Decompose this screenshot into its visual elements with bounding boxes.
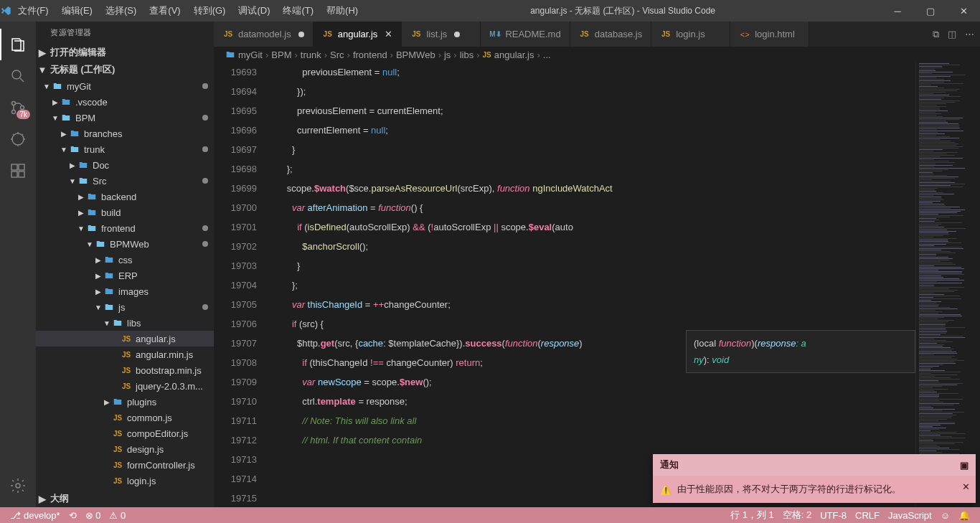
status-bell-icon[interactable]: 🔔 xyxy=(954,509,974,522)
tree-row[interactable]: ▼Src xyxy=(36,173,214,189)
svg-rect-5 xyxy=(11,164,17,170)
tree-row[interactable]: JScommon.js xyxy=(36,410,214,425)
tree-row[interactable]: ▼BPM xyxy=(36,110,214,126)
compare-icon[interactable]: ⧉ xyxy=(933,29,939,40)
status-language[interactable]: JavaScript xyxy=(884,509,936,522)
tree-row[interactable]: ▶css xyxy=(36,252,214,268)
status-feedback-icon[interactable]: ☺ xyxy=(936,509,954,522)
tree-row[interactable]: JSformController.js xyxy=(36,457,214,473)
debug-icon[interactable] xyxy=(0,123,36,155)
tree-row[interactable]: ▼js xyxy=(36,299,214,315)
js-file-icon: JS xyxy=(322,30,334,38)
breadcrumb-item[interactable]: myGit xyxy=(238,50,263,60)
menu-item[interactable]: 终端(T) xyxy=(276,0,320,22)
file-tree[interactable]: ▼myGit▶.vscode▼BPM▶branches▼trunk▶Doc▼Sr… xyxy=(36,78,214,490)
tree-row[interactable]: JSbootstrap.min.js xyxy=(36,362,214,378)
extensions-icon[interactable] xyxy=(0,155,36,187)
tree-row[interactable]: JSdesign.js xyxy=(36,441,214,457)
modified-dot-icon xyxy=(202,304,208,310)
tree-row[interactable]: ▼frontend xyxy=(36,220,214,236)
status-eol[interactable]: CRLF xyxy=(851,509,884,522)
menu-item[interactable]: 查看(V) xyxy=(143,0,187,22)
close-icon[interactable]: ✕ xyxy=(947,0,980,22)
more-icon[interactable]: ⋯ xyxy=(965,29,974,39)
tree-row[interactable]: ▶images xyxy=(36,283,214,299)
tree-row[interactable]: JSjquery-2.0.3.m... xyxy=(36,378,214,394)
menu-item[interactable]: 编辑(E) xyxy=(55,0,99,22)
tree-row[interactable]: JScompoEditor.js xyxy=(36,425,214,441)
editor-tab[interactable]: JSdatabase.js xyxy=(570,22,652,47)
status-cursor-pos[interactable]: 行 1，列 1 xyxy=(726,509,778,522)
editor-tab[interactable]: JSdatamodel.js xyxy=(214,22,314,47)
tree-label: Src xyxy=(93,176,202,187)
status-sync[interactable]: ⟲ xyxy=(65,510,81,521)
split-icon[interactable]: ◫ xyxy=(948,29,956,39)
notification-msg: 由于性能原因，将不对大于两万字符的行进行标记化。 xyxy=(677,483,901,496)
tree-row[interactable]: ▶.vscode xyxy=(36,94,214,110)
status-errors[interactable]: ⊗ 0 xyxy=(81,510,105,521)
section-outline[interactable]: ▶大纲 xyxy=(36,490,214,507)
breadcrumb-item[interactable]: frontend xyxy=(353,50,387,60)
breadcrumb-item[interactable]: ... xyxy=(543,50,551,60)
notification-collapse-icon[interactable]: ▣ xyxy=(960,460,969,471)
status-encoding[interactable]: UTF-8 xyxy=(816,509,851,522)
breadcrumb-item[interactable]: js xyxy=(444,50,451,60)
settings-gear-icon[interactable] xyxy=(0,470,36,501)
notification-close-icon[interactable]: ✕ xyxy=(962,481,970,492)
html-file-icon: <> xyxy=(739,30,750,39)
breadcrumb-item[interactable]: BPM xyxy=(271,50,291,60)
section-workspace[interactable]: ▼无标题 (工作区) xyxy=(36,61,214,78)
editor-tab[interactable]: <>login.html xyxy=(730,22,809,47)
tree-row[interactable]: ▼BPMWeb xyxy=(36,236,214,252)
section-open-editors[interactable]: ▶打开的编辑器 xyxy=(36,44,214,61)
tree-row[interactable]: ▶backend xyxy=(36,189,214,204)
breadcrumbs[interactable]: myGit›BPM›trunk›Src›frontend›BPMWeb›js›l… xyxy=(214,47,980,62)
menu-item[interactable]: 转到(G) xyxy=(187,0,232,22)
tree-row[interactable]: ▶ERP xyxy=(36,268,214,283)
tree-row[interactable]: ▼myGit xyxy=(36,78,214,94)
scm-icon[interactable]: 7k xyxy=(0,92,36,123)
tree-row[interactable]: JSangular.min.js xyxy=(36,347,214,362)
editor-tab[interactable]: JSangular.js✕ xyxy=(314,22,402,47)
tree-row[interactable]: ▶branches xyxy=(36,126,214,141)
tree-label: branches xyxy=(84,128,214,139)
status-branch[interactable]: ⎇develop* xyxy=(6,510,65,521)
status-bar: ⎇develop* ⟲ ⊗ 0 ⚠ 0 行 1，列 1 空格: 2 UTF-8 … xyxy=(0,507,980,523)
tree-row[interactable]: ▶plugins xyxy=(36,394,214,410)
menu-item[interactable]: 调试(D) xyxy=(232,0,276,22)
folder-icon xyxy=(95,238,106,250)
breadcrumb-item[interactable]: JSangular.js xyxy=(483,50,534,60)
tab-close-icon[interactable]: ✕ xyxy=(385,29,392,39)
tree-row[interactable]: ▶build xyxy=(36,204,214,220)
search-icon[interactable] xyxy=(0,60,36,92)
breadcrumb-item[interactable]: trunk xyxy=(301,50,321,60)
js-file-icon: JS xyxy=(660,30,672,38)
tree-row[interactable]: ▼libs xyxy=(36,315,214,331)
menu-item[interactable]: 文件(F) xyxy=(11,0,55,22)
window-title: angular.js - 无标题 (工作区) - Visual Studio C… xyxy=(364,5,881,17)
breadcrumb-item[interactable]: libs xyxy=(460,50,474,60)
line-numbers: 1969319694196951969619697196981969919700… xyxy=(214,62,271,507)
menu-item[interactable]: 选择(S) xyxy=(99,0,143,22)
menu-item[interactable]: 帮助(H) xyxy=(320,0,364,22)
editor-tab[interactable]: JSlist.js xyxy=(402,22,481,47)
tree-row[interactable]: ▶Doc xyxy=(36,157,214,173)
breadcrumb-item[interactable]: Src xyxy=(330,50,344,60)
maximize-icon[interactable]: ▢ xyxy=(914,0,947,22)
editor-tab[interactable]: M⬇README.md xyxy=(481,22,570,47)
folder-icon xyxy=(60,96,72,108)
folder-icon xyxy=(103,286,115,297)
status-indent[interactable]: 空格: 2 xyxy=(778,509,816,522)
minimap[interactable] xyxy=(915,62,980,507)
tree-label: BPMWeb xyxy=(110,239,202,250)
tree-row[interactable]: JSlogin.js xyxy=(36,473,214,489)
status-warnings[interactable]: ⚠ 0 xyxy=(105,510,130,521)
minimize-icon[interactable]: ─ xyxy=(881,0,914,22)
tree-row[interactable]: ▼trunk xyxy=(36,141,214,157)
explorer-icon[interactable] xyxy=(0,29,36,60)
editor-tab[interactable]: JSlogin.js xyxy=(651,22,730,47)
code-editor[interactable]: previousElement = null; }); previousElem… xyxy=(271,62,915,507)
tree-row[interactable]: JSangular.js xyxy=(36,331,214,347)
tab-label: angular.js xyxy=(338,29,378,39)
breadcrumb-item[interactable]: BPMWeb xyxy=(396,50,435,60)
